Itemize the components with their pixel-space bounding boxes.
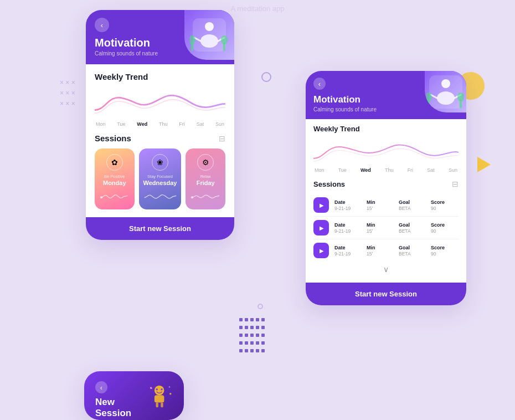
card1-body: Weekly Trend MonTueWedThuFriSatSun Sessi… xyxy=(86,64,234,217)
play-icon-2: ▶ xyxy=(320,248,324,254)
si-goal-val-0: BETA xyxy=(399,206,426,211)
card1-trend-chart xyxy=(95,86,225,119)
deco-circle-small2 xyxy=(258,304,263,309)
svg-rect-25 xyxy=(161,402,163,407)
play-icon-1: ▶ xyxy=(320,225,324,231)
si-score-header-2: Score xyxy=(431,245,459,250)
svg-point-20 xyxy=(154,386,164,396)
svg-point-13 xyxy=(437,91,455,105)
day-label-wed: Wed xyxy=(137,121,147,127)
sc-wave-2 xyxy=(143,189,177,202)
si-date-val-0: 9-21-19 xyxy=(334,206,362,211)
sc-sublabel-3: Relax xyxy=(200,174,211,179)
si-score-val-0: 90 xyxy=(431,206,459,211)
new-session-header: ‹ New Session xyxy=(84,371,184,420)
day-label-sat: Sat xyxy=(197,121,204,127)
card2-sessions-header: Sessions ⊟ xyxy=(313,180,459,188)
sc-wave-1 xyxy=(99,189,130,202)
svg-point-28 xyxy=(169,393,172,395)
day-label-mon: Mon xyxy=(96,121,106,127)
si-goal-header-0: Goal xyxy=(399,199,426,205)
card2-back-button[interactable]: ‹ xyxy=(313,78,326,90)
play-icon-0: ▶ xyxy=(320,202,324,208)
card1-back-button[interactable]: ‹ xyxy=(95,18,109,32)
svg-point-1 xyxy=(205,22,214,31)
si-date-val-2: 9-21-19 xyxy=(334,251,362,257)
watermark: A meditation app xyxy=(231,4,285,13)
star-icon: ⚙ xyxy=(202,158,209,167)
sc-label-1: Monday xyxy=(103,180,126,186)
card1-sessions-title: Sessions xyxy=(95,134,131,143)
day-label-tue: Tue xyxy=(117,121,125,127)
sc-icon-1: ✿ xyxy=(106,154,123,171)
back-icon-3: ‹ xyxy=(100,383,102,392)
deco-circle xyxy=(261,72,271,82)
day-label-sun: Sun xyxy=(215,121,224,127)
flower-icon: ❀ xyxy=(157,158,163,167)
svg-point-2 xyxy=(200,34,218,48)
play-button-1[interactable]: ▶ xyxy=(313,220,329,235)
card2-sessions-title: Sessions xyxy=(313,180,345,188)
session-row-1[interactable]: ▶ Date 9-21-19 Min 15' Goal BETA Score 9… xyxy=(313,217,459,239)
svg-point-12 xyxy=(441,79,450,88)
si-min-val-0: 15' xyxy=(367,206,394,211)
svg-point-21 xyxy=(156,388,158,391)
lotus-icon: ✿ xyxy=(111,158,118,167)
day-label2-sun: Sun xyxy=(449,167,457,173)
si-date-header-0: Date xyxy=(334,199,362,205)
session-row-0[interactable]: ▶ Date 9-21-19 Min 15' Goal BETA Score 9… xyxy=(313,194,459,217)
card2-header: ‹ Motivation Calming sounds of nature xyxy=(306,71,466,119)
si-min-val-2: 15' xyxy=(367,251,394,257)
session-card-monday[interactable]: ✿ Be Positive Monday xyxy=(95,148,135,209)
session-card-friday[interactable]: ⚙ Relax Friday xyxy=(186,148,225,209)
sc-icon-3: ⚙ xyxy=(197,154,214,171)
play-button-2[interactable]: ▶ xyxy=(313,243,329,258)
card1-days-row: MonTueWedThuFriSatSun xyxy=(95,121,225,127)
session-info-1: Date 9-21-19 Min 15' Goal BETA Score 90 xyxy=(334,222,459,234)
card1-header: ‹ Motivation Calming sounds of nature xyxy=(86,10,234,64)
card2-trend-chart xyxy=(313,137,459,165)
filter-icon[interactable]: ⊟ xyxy=(219,134,225,143)
back-icon: ‹ xyxy=(101,21,103,29)
si-date-val-1: 9-21-19 xyxy=(334,228,362,234)
si-date-header-1: Date xyxy=(334,222,362,228)
day-label-thu: Thu xyxy=(159,121,168,127)
day-label2-fri: Fri xyxy=(408,167,414,173)
deco-dots xyxy=(238,317,264,354)
card1-session-cards: ✿ Be Positive Monday ❀ Stay Focused Wedn… xyxy=(95,148,225,209)
card1-start-session-button[interactable]: Start new Session xyxy=(86,217,234,240)
phone-card-2: ‹ Motivation Calming sounds of nature We… xyxy=(306,71,466,305)
si-min-header-2: Min xyxy=(367,245,394,250)
deco-triangle xyxy=(477,157,491,172)
svg-point-19 xyxy=(457,93,464,101)
day-label2-wed: Wed xyxy=(360,167,371,173)
card2-start-session-button[interactable]: Start new Session xyxy=(306,283,466,305)
svg-point-22 xyxy=(161,388,163,391)
phone-card-1: ‹ Motivation Calming sounds of nature We… xyxy=(86,10,234,240)
card3-title: New Session xyxy=(95,397,146,419)
card2-trend-title: Weekly Trend xyxy=(313,125,459,133)
svg-rect-24 xyxy=(156,402,158,407)
card1-trend-title: Weekly Trend xyxy=(95,72,225,81)
si-goal-val-1: BETA xyxy=(399,228,426,234)
session-row-2[interactable]: ▶ Date 9-21-19 Min 15' Goal BETA Score 9… xyxy=(313,239,459,262)
si-score-header-1: Score xyxy=(431,222,459,228)
si-score-val-1: 90 xyxy=(431,228,459,234)
chevron-down-button[interactable]: ∨ xyxy=(313,262,459,277)
sc-icon-2: ❀ xyxy=(152,154,168,171)
card2-body: Weekly Trend MonTueWedThuFriSatSun Sessi… xyxy=(306,119,466,283)
sc-label-3: Friday xyxy=(197,180,215,186)
deco-x-pattern: × × ×× × ×× × × xyxy=(60,78,75,110)
si-goal-val-2: BETA xyxy=(399,251,426,257)
si-goal-header-2: Goal xyxy=(399,245,426,250)
svg-point-27 xyxy=(169,386,171,388)
svg-rect-23 xyxy=(154,395,164,402)
si-min-val-1: 15' xyxy=(367,228,394,234)
session-info-0: Date 9-21-19 Min 15' Goal BETA Score 90 xyxy=(334,199,459,211)
card3-back-button[interactable]: ‹ xyxy=(95,381,107,393)
day-label2-tue: Tue xyxy=(338,167,347,173)
session-card-wednesday[interactable]: ❀ Stay Focused Wednesday xyxy=(139,148,182,209)
si-goal-header-1: Goal xyxy=(399,222,426,228)
play-button-0[interactable]: ▶ xyxy=(313,197,329,213)
filter-icon-2[interactable]: ⊟ xyxy=(452,180,459,188)
